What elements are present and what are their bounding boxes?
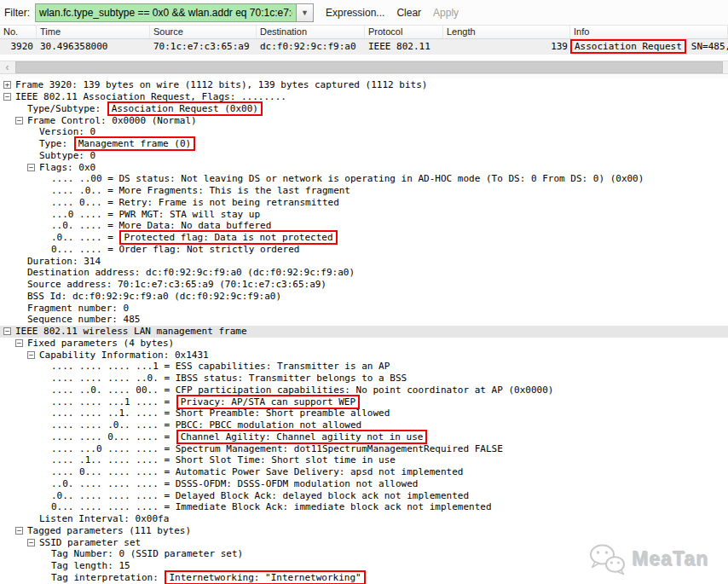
column-header-destination[interactable]: Destination	[257, 26, 365, 38]
tree-row[interactable]: ..0. .... .... .... = DSSS-OFDM: DSSS-OF…	[0, 478, 728, 490]
tree-row[interactable]: Source address: 70:1c:e7:c3:65:a9 (70:1c…	[0, 279, 728, 291]
chevron-down-icon: ▼	[301, 9, 309, 17]
tree-row-text: .0.. .... .... .... = Delayed Block Ack:…	[51, 490, 469, 501]
expression-button[interactable]: Expression...	[326, 7, 384, 19]
scrollbar-thumb[interactable]	[15, 61, 723, 73]
filter-dropdown-button[interactable]: ▼	[296, 3, 314, 22]
tree-row-label: .... .0.. = More Fragments: This is the …	[51, 185, 350, 196]
tree-row[interactable]: .... .... ...1 .... = Privacy: AP/STA ca…	[0, 396, 728, 408]
packet-time: 30.496358000	[40, 41, 107, 52]
tree-row-label: Fragment number: 0	[27, 303, 129, 314]
tree-row-text: .... ..00 = DS status: Not leaving DS or…	[51, 173, 644, 184]
tree-row-label: Tagged parameters (111 bytes)	[27, 525, 191, 536]
tree-row-text: 0... .... .... .... = Immediate Block Ac…	[51, 501, 492, 512]
collapse-icon[interactable]: −	[15, 527, 23, 535]
column-header-source[interactable]: Source	[150, 26, 257, 38]
tree-row[interactable]: .... 0... = Retry: Frame is not being re…	[0, 197, 728, 209]
tree-row-label: .... .... ..1. .... = Short Preamble: Sh…	[51, 408, 390, 419]
tree-row-text: .... 0... = Retry: Frame is not being re…	[51, 197, 339, 208]
tree-row[interactable]: −Flags: 0x0	[0, 161, 728, 173]
tree-row-text: .... .... 0... .... = Channel Agility: C…	[51, 430, 428, 444]
packet-destination: dc:f0:92:9c:f9:a0	[260, 41, 356, 52]
collapse-icon[interactable]: −	[27, 164, 35, 171]
tree-row[interactable]: Sequence number: 485	[0, 314, 728, 326]
tree-row-label: .... .... 0... .... =	[51, 431, 176, 442]
tree-row[interactable]: Type: Management frame (0)	[0, 138, 728, 150]
tree-row[interactable]: .... .... ..1. .... = Short Preamble: Sh…	[0, 408, 728, 419]
tree-row[interactable]: Tag interpretation: Internetworking: "In…	[0, 572, 728, 584]
tree-row[interactable]: Type/Subtype: Association Request (0x00)	[0, 103, 728, 115]
tree-row[interactable]: Subtype: 0	[0, 150, 728, 162]
tree-row-text: .0.. .... = Protected flag: Data is not …	[51, 230, 338, 245]
tree-row[interactable]: BSS Id: dc:f0:92:9c:f9:a0 (dc:f0:92:9c:f…	[0, 291, 728, 303]
tree-row[interactable]: −Capability Information: 0x1431	[0, 349, 728, 361]
tree-row[interactable]: .... ..00 = DS status: Not leaving DS or…	[0, 173, 728, 185]
packet-info-rest: SN=485,	[691, 41, 728, 52]
tree-row[interactable]: Tag Number: 0 (SSID parameter set)	[0, 548, 728, 560]
tree-row[interactable]: −IEEE 802.11 wireless LAN management fra…	[0, 326, 728, 338]
tree-row[interactable]: ...0 .... = PWR MGT: STA will stay up	[0, 208, 728, 220]
tree-row[interactable]: −Tagged parameters (111 bytes)	[0, 525, 728, 537]
clear-button[interactable]: Clear	[396, 7, 421, 19]
tree-row-text: Type: Management frame (0)	[39, 136, 196, 151]
annotation-box: Protected flag: Data is not protected	[119, 230, 337, 245]
annotation-box: Management frame (0)	[74, 136, 195, 151]
tree-row[interactable]: .... .0.. = More Fragments: This is the …	[0, 185, 728, 197]
column-header-no[interactable]: No.	[0, 26, 37, 38]
tree-row[interactable]: Listen Interval: 0x00fa	[0, 513, 728, 525]
tree-row-text: Source address: 70:1c:e7:c3:65:a9 (70:1c…	[27, 279, 326, 290]
tree-row-label: .... 0... = Retry: Frame is not being re…	[51, 197, 339, 208]
tree-row[interactable]: 0... .... = Order flag: Not strictly ord…	[0, 244, 728, 256]
tree-row-label: Tag Number: 0 (SSID parameter set)	[51, 548, 243, 559]
tree-row[interactable]: Duration: 314	[0, 255, 728, 267]
collapse-icon[interactable]: −	[3, 327, 11, 335]
tree-row-text: Fragment number: 0	[27, 303, 129, 314]
tree-row-label: 0... .... .... .... = Immediate Block Ac…	[51, 501, 492, 512]
collapse-icon[interactable]: −	[15, 339, 23, 347]
tree-row[interactable]: .... .... 0... .... = Channel Agility: C…	[0, 431, 728, 443]
tree-row[interactable]: −Fixed parameters (4 bytes)	[0, 338, 728, 350]
expand-icon[interactable]: +	[3, 81, 11, 89]
tree-row[interactable]: −Frame Control: 0x0000 (Normal)	[0, 114, 728, 126]
apply-button[interactable]: Apply	[433, 7, 459, 19]
horizontal-scrollbar[interactable]: ‹	[0, 61, 728, 74]
column-header-protocol[interactable]: Protocol	[365, 26, 443, 38]
tree-row[interactable]: .... 0... .... .... = Automatic Power Sa…	[0, 466, 728, 478]
tree-row-label: .... .... ...1 .... =	[51, 396, 176, 407]
tree-row[interactable]: .... .1.. .... .... = Short Slot Time: S…	[0, 454, 728, 466]
tree-row-label: ..0. .... .... .... = DSSS-OFDM: DSSS-OF…	[51, 478, 418, 489]
collapse-icon[interactable]: −	[27, 539, 35, 546]
tree-row-label: Frame Control: 0x0000 (Normal)	[27, 115, 197, 126]
scroll-left-arrow-icon[interactable]: ‹	[0, 61, 14, 73]
tree-row-label: Type:	[39, 138, 73, 149]
tree-row[interactable]: .... .... .... ..0. = IBSS status: Trans…	[0, 373, 728, 385]
filter-input[interactable]	[35, 3, 296, 22]
tree-row[interactable]: Fragment number: 0	[0, 302, 728, 314]
tree-row[interactable]: .... .... .... ...1 = ESS capabilities: …	[0, 361, 728, 373]
tree-row[interactable]: .... ...0 .... .... = Spectrum Managemen…	[0, 442, 728, 454]
tree-row[interactable]: Destination address: dc:f0:92:9c:f9:a0 (…	[0, 267, 728, 279]
tree-row[interactable]: −SSID parameter set	[0, 536, 728, 548]
column-header-length[interactable]: Length	[443, 26, 570, 38]
packet-list-header: No.TimeSourceDestinationProtocolLengthIn…	[0, 26, 728, 39]
tree-row-text: .... 0... .... .... = Automatic Power Sa…	[51, 466, 463, 477]
collapse-icon[interactable]: −	[27, 351, 35, 359]
column-header-info[interactable]: Info	[570, 26, 728, 38]
collapse-icon[interactable]: −	[15, 117, 23, 124]
tree-row-label: .... .1.. .... .... = Short Slot Time: S…	[51, 454, 396, 465]
tree-row[interactable]: .0.. .... = Protected flag: Data is not …	[0, 232, 728, 244]
column-header-time[interactable]: Time	[37, 26, 150, 38]
tree-row-label: .... ...0 .... .... = Spectrum Managemen…	[51, 443, 503, 454]
collapse-icon[interactable]: −	[3, 93, 11, 101]
tree-row[interactable]: 0... .... .... .... = Immediate Block Ac…	[0, 501, 728, 513]
packet-source: 70:1c:e7:c3:65:a9	[153, 41, 250, 52]
packet-row[interactable]: 3920 30.496358000 70:1c:e7:c3:65:a9 dc:f…	[0, 39, 728, 55]
annotation-box: Privacy: AP/STA can support WEP	[176, 395, 360, 409]
tree-row-text: .... .1.. .... .... = Short Slot Time: S…	[51, 454, 396, 465]
tree-row[interactable]: +Frame 3920: 139 bytes on wire (1112 bit…	[0, 79, 728, 91]
tree-row-text: .... .... ..1. .... = Short Preamble: Sh…	[51, 408, 390, 419]
tree-row[interactable]: .0.. .... .... .... = Delayed Block Ack:…	[0, 489, 728, 501]
tree-row-label: .... 0... .... .... = Automatic Power Sa…	[51, 466, 463, 477]
filter-toolbar: Filter: ▼ Expression... Clear Apply	[0, 0, 728, 26]
tree-row-label: .0.. .... =	[51, 232, 118, 243]
